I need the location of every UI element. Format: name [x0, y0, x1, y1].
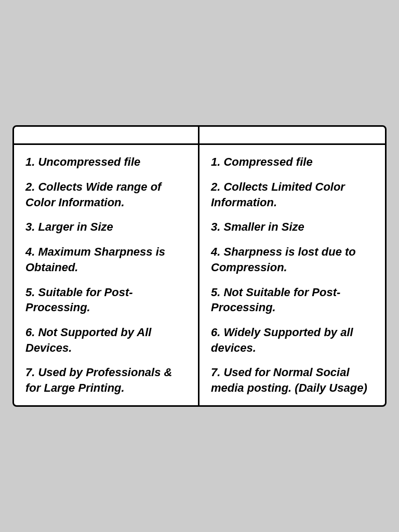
- jpeg-header-cell: [200, 127, 385, 143]
- raw-item-3: 3. Larger in Size: [25, 219, 187, 235]
- raw-item-1: 1. Uncompressed file: [25, 154, 187, 170]
- content-row: 1. Uncompressed file2. Collects Wide ran…: [14, 145, 385, 405]
- raw-item-5: 5. Suitable for Post-Processing.: [25, 285, 187, 315]
- comparison-table: 1. Uncompressed file2. Collects Wide ran…: [12, 125, 387, 406]
- raw-item-2: 2. Collects Wide range of Color Informat…: [25, 179, 187, 210]
- header-row: [14, 127, 385, 145]
- jpeg-item-2: 2. Collects Limited Color Information.: [211, 179, 374, 210]
- jpeg-item-1: 1. Compressed file: [211, 154, 374, 170]
- jpeg-item-6: 6. Widely Supported by all devices.: [211, 325, 374, 355]
- jpeg-item-4: 4. Sharpness is lost due to Compression.: [211, 244, 374, 275]
- raw-item-7: 7. Used by Professionals & for Large Pri…: [25, 365, 187, 395]
- raw-content-cell: 1. Uncompressed file2. Collects Wide ran…: [14, 145, 200, 405]
- raw-item-4: 4. Maximum Sharpness is Obtained.: [25, 244, 187, 275]
- raw-header-cell: [14, 127, 200, 143]
- jpeg-item-7: 7. Used for Normal Social media posting.…: [211, 365, 374, 395]
- jpeg-item-3: 3. Smaller in Size: [211, 219, 374, 235]
- jpeg-content-cell: 1. Compressed file2. Collects Limited Co…: [200, 145, 385, 405]
- jpeg-item-5: 5. Not Suitable for Post-Processing.: [211, 285, 374, 315]
- raw-item-6: 6. Not Supported by All Devices.: [25, 325, 187, 355]
